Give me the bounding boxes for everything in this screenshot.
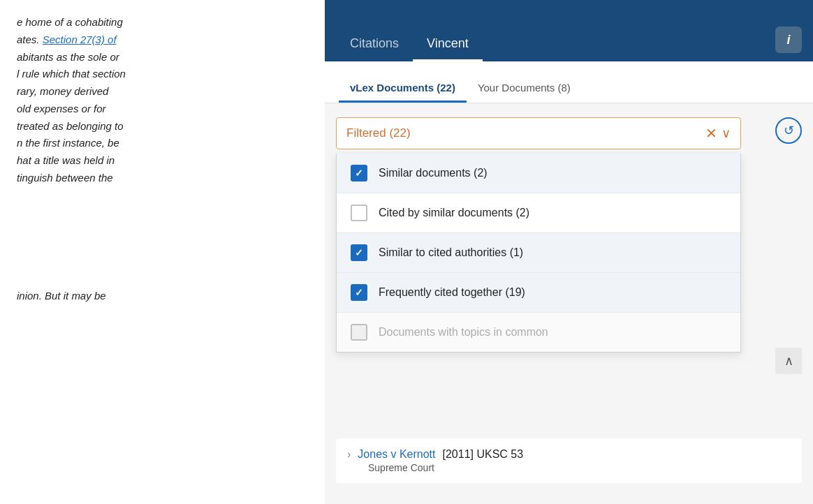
checkbox-frequently-cited[interactable] — [351, 284, 367, 301]
case-court: Supreme Court — [368, 462, 791, 473]
info-button[interactable]: i — [775, 27, 802, 53]
filter-option-cited-by-similar[interactable]: Cited by similar documents (2) — [337, 193, 740, 233]
filter-option-similar-documents[interactable]: Similar documents (2) — [337, 154, 740, 193]
filter-label-similar-documents: Similar documents (2) — [379, 167, 488, 179]
tab-vincent[interactable]: Vincent — [413, 28, 483, 61]
expand-icon[interactable]: › — [347, 448, 351, 461]
case-title[interactable]: Jones v Kernott — [358, 448, 435, 461]
sub-tabs: vLex Documents (22) Your Documents (8) — [325, 61, 813, 103]
chevron-down-icon[interactable]: ∨ — [722, 126, 731, 141]
left-panel: e home of a cohabiting ates. Section 27(… — [0, 0, 325, 504]
case-row: › Jones v Kernott [2011] UKSC 53 — [347, 448, 791, 461]
content-area: Filtered (22) ✕ ∨ ↺ Similar documents (2… — [325, 103, 813, 504]
tab-vlex-documents[interactable]: vLex Documents (22) — [339, 75, 467, 103]
filter-option-frequently-cited[interactable]: Frequently cited together (19) — [337, 273, 740, 313]
filter-icons: ✕ ∨ — [705, 125, 731, 142]
chevron-up-icon: ∧ — [784, 353, 793, 369]
filter-label-topics-in-common: Documents with topics in common — [379, 326, 548, 339]
checkbox-topics-in-common[interactable] — [351, 324, 367, 341]
document-footer-text: inion. But it may be — [17, 288, 308, 305]
case-ref: [2011] UKSC 53 — [443, 448, 524, 461]
section-link[interactable]: Section 27(3) of — [43, 34, 117, 45]
top-nav: Citations Vincent i — [325, 0, 813, 61]
filter-label-cited-by-similar: Cited by similar documents (2) — [379, 207, 529, 219]
scroll-up-button[interactable]: ∧ — [775, 348, 802, 374]
filter-option-topics-in-common[interactable]: Documents with topics in common — [337, 313, 740, 352]
tab-citations[interactable]: Citations — [336, 28, 413, 61]
checkbox-similar-documents[interactable] — [351, 165, 367, 181]
checkbox-cited-by-similar[interactable] — [351, 205, 367, 221]
document-text: e home of a cohabiting ates. Section 27(… — [17, 14, 308, 187]
checkbox-similar-to-cited[interactable] — [351, 244, 367, 261]
info-icon: i — [786, 33, 790, 47]
filter-label-frequently-cited: Frequently cited together (19) — [379, 286, 525, 299]
right-panel: Citations Vincent i vLex Documents (22) … — [325, 0, 813, 504]
tab-your-documents[interactable]: Your Documents (8) — [467, 75, 582, 103]
filter-text: Filtered (22) — [346, 126, 705, 140]
filter-dropdown: Similar documents (2) Cited by similar d… — [336, 154, 741, 353]
case-result: › Jones v Kernott [2011] UKSC 53 Supreme… — [336, 438, 802, 483]
refresh-icon: ↺ — [784, 123, 794, 138]
clear-filter-icon[interactable]: ✕ — [705, 125, 717, 142]
refresh-button[interactable]: ↺ — [775, 117, 802, 144]
filter-option-similar-to-cited[interactable]: Similar to cited authorities (1) — [337, 233, 740, 273]
filter-bar[interactable]: Filtered (22) ✕ ∨ — [336, 117, 741, 149]
filter-label-similar-to-cited: Similar to cited authorities (1) — [379, 246, 523, 259]
